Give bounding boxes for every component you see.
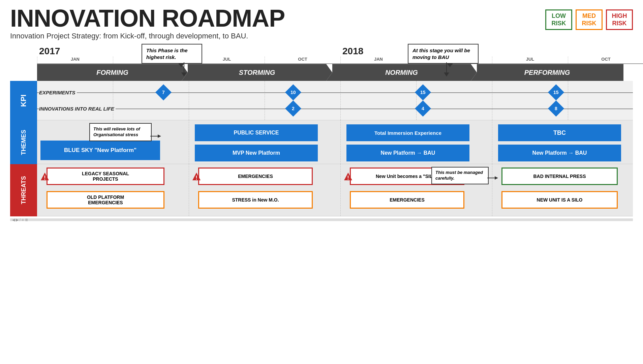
year-month-row: 2017 JAN APR JUL OCT 2018 JAN APR JUL — [10, 44, 633, 64]
kpi-innovations-label: INNOVATIONS INTO REAL LIFE — [39, 106, 116, 112]
theme-np-bau-1: New Platform → BAU — [346, 145, 469, 161]
threat-new-unit-silo: NEW UNIT IS A SILO — [501, 191, 618, 209]
theme-np-bau-2: New Platform → BAU — [498, 145, 621, 161]
threat-icon-emergencies: ! — [192, 172, 201, 182]
high-risk-badge: HIGHRISK — [606, 9, 633, 30]
svg-text:!: ! — [347, 175, 349, 181]
themes-content: This will relieve lots of Organisational… — [37, 120, 633, 164]
callout-threats: This must be managed carefully. — [431, 167, 489, 184]
kpi-diamond-2: 2 — [285, 100, 301, 117]
callout-storming-arrow — [181, 62, 191, 77]
kpi-diamond-7: 7 — [155, 84, 172, 100]
med-risk-badge: MEDRISK — [576, 9, 603, 30]
page: INNOVATION ROADMAP Innovation Project St… — [0, 0, 643, 364]
month-jan-2017: JAN — [37, 57, 113, 63]
themes-section: THEMES This will relieve lots of Organis… — [10, 120, 633, 164]
threats-section-label: THREATS — [10, 164, 37, 216]
kpi-diamond-15b: 15 — [548, 84, 564, 100]
theme-public-service: PUBLIC SERVICE — [195, 124, 318, 141]
callout-storming: This Phase is the highest risk. — [142, 44, 202, 64]
phase-performing: PERFORMING — [471, 64, 623, 81]
threat-legacy: LEGACY SEASONALPROJECTS — [47, 168, 164, 185]
threats-content: This must be managed carefully. LEGACY S… — [37, 164, 633, 216]
kpi-content: EXPERIMENTS 7 10 15 — [37, 81, 633, 120]
month-oct-2018: OCT — [568, 57, 643, 63]
header: INNOVATION ROADMAP Innovation Project St… — [10, 6, 633, 40]
callout-performing: At this stage you will be moving to BAU — [408, 44, 479, 64]
svg-marker-1 — [181, 72, 187, 77]
phases-row: FORMING STORMING NORMING PERFORMING — [10, 64, 633, 81]
month-jul-2018: JUL — [492, 57, 568, 63]
month-jan-2018: JAN — [340, 57, 416, 63]
svg-text:!: ! — [195, 175, 197, 181]
kpi-experiments-label: EXPERIMENTS — [39, 90, 77, 95]
theme-tbc: TBC — [498, 124, 621, 141]
phase-norming: NORMING — [326, 64, 477, 81]
phase-storming: STORMING — [182, 64, 332, 81]
svg-marker-3 — [444, 72, 449, 77]
svg-marker-7 — [495, 176, 498, 180]
title-block: INNOVATION ROADMAP Innovation Project St… — [10, 6, 285, 40]
themes-section-label: THEMES — [10, 120, 37, 164]
kpi-diamond-4: 4 — [415, 100, 431, 117]
kpi-diamond-8: 8 — [548, 100, 564, 117]
svg-marker-5 — [158, 134, 161, 138]
threats-section: THREATS This must be managed carefully. … — [10, 164, 633, 216]
year-2018: 2018 JAN APR JUL OCT — [340, 44, 643, 64]
month-oct-2017: OCT — [265, 57, 340, 63]
theme-bluesky: BLUE SKY "New Platform" — [40, 141, 160, 160]
bottom-bar: ◀ ▶ / ≡ ≣ — [10, 218, 633, 221]
threat-emergencies-1: EMERGENCIES — [198, 168, 313, 185]
content-area: This Phase is the highest risk. At this … — [10, 44, 633, 221]
kpi-section: KPI EXPERIMENTS — [10, 81, 633, 120]
threat-old-platform: OLD PLATFORMEMERGENCIES — [47, 191, 164, 209]
threat-icon-silo: ! — [344, 172, 353, 182]
callout-themes: This will relieve lots of Organisational… — [89, 123, 152, 141]
theme-mvp: MVP New Platform — [195, 145, 318, 161]
risk-badges: LOWRISK MEDRISK HIGHRISK — [545, 9, 633, 30]
kpi-diamond-15a: 15 — [415, 84, 431, 100]
theme-total-immersion: Total Immersion Experience — [346, 124, 469, 141]
phase-forming: FORMING — [37, 64, 188, 81]
threat-emergencies-2: EMERGENCIES — [350, 191, 464, 209]
kpi-experiments-row: EXPERIMENTS 7 10 15 — [37, 85, 633, 100]
kpi-diamond-10: 10 — [285, 84, 301, 100]
low-risk-badge: LOWRISK — [545, 9, 572, 30]
year-2017-label: 2017 — [39, 46, 60, 57]
main-title: INNOVATION ROADMAP — [10, 6, 285, 30]
callout-performing-arrow — [443, 62, 453, 77]
year-2018-label: 2018 — [342, 46, 363, 57]
kpi-innovations-row: INNOVATIONS INTO REAL LIFE 2 4 8 — [37, 101, 633, 116]
svg-text:!: ! — [44, 175, 45, 181]
kpi-section-label: KPI — [10, 81, 37, 120]
subtitle: Innovation Project Strategy: from Kick-o… — [10, 32, 285, 40]
threat-bad-press: BAD INTERNAL PRESS — [501, 168, 618, 185]
threat-stress: STRESS in New M.O. — [198, 191, 313, 209]
